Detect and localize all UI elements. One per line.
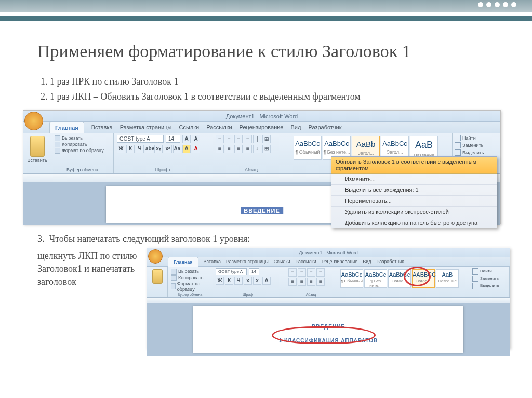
- word-screenshot-1: Документ1 - Microsoft Word Главная Встав…: [23, 110, 501, 224]
- cut-icon[interactable]: [55, 135, 60, 141]
- para-label: Абзац: [212, 167, 290, 172]
- tab-dev[interactable]: Разработчик: [308, 124, 341, 130]
- context-item-selectall[interactable]: Выделить все вхождения: 1: [331, 185, 497, 196]
- context-item-update[interactable]: Обновить Заголовок 1 в соответствии с вы…: [331, 157, 497, 174]
- paste-label[interactable]: Вставить: [26, 158, 48, 163]
- office-button-icon[interactable]: [148, 249, 163, 264]
- office-button-icon[interactable]: [24, 112, 43, 130]
- replace-icon[interactable]: [455, 142, 461, 148]
- context-item-qat[interactable]: Добавить коллекцию на панель быстрого до…: [331, 217, 497, 228]
- ribbon-tabs[interactable]: Главная Вставка Разметка страницы Ссылки…: [147, 257, 510, 267]
- format-painter-icon[interactable]: [55, 148, 60, 154]
- context-menu[interactable]: Обновить Заголовок 1 в соответствии с вы…: [331, 156, 497, 228]
- word-screenshot-2: Документ1 - Microsoft Word Главная Встав…: [147, 248, 510, 349]
- find-icon[interactable]: [455, 135, 461, 141]
- tab-home[interactable]: Главная: [49, 122, 84, 133]
- window-titlebar: Документ1 - Microsoft Word: [23, 111, 500, 122]
- context-item-rename[interactable]: Переименовать...: [331, 196, 497, 207]
- page[interactable]: ВВЕДЕНИЕ 1 КЛАССИФИКАЦИЯ АППАРАТОВ: [193, 306, 463, 353]
- copy-icon[interactable]: [55, 142, 60, 147]
- ribbon-tabs[interactable]: Главная Вставка Разметка страницы Ссылки…: [23, 122, 500, 133]
- clipboard-label: Буфер обмена: [51, 167, 113, 172]
- tab-insert[interactable]: Вставка: [91, 124, 113, 130]
- tab-links[interactable]: Ссылки: [179, 124, 199, 130]
- select-icon[interactable]: [455, 149, 461, 156]
- context-item-modify[interactable]: Изменить...: [331, 174, 497, 185]
- step-3-body: щелкнуть ЛКП по стилю Заголовок1 и напеч…: [37, 250, 141, 289]
- doc-heading-classification: 1 КЛАССИФИКАЦИЯ АППАРАТОВ: [193, 338, 463, 344]
- style-heading1-selected[interactable]: AABBCCЗагол...: [412, 269, 435, 288]
- font-label: Шрифт: [114, 167, 212, 172]
- font-name-select[interactable]: GOST type A: [117, 135, 164, 143]
- doc-heading-intro: ВВЕДЕНИЕ: [193, 306, 463, 330]
- slide-content: 1 раз ПРК по стилю Заголовок 1 1 раз ЛКП…: [37, 75, 532, 349]
- font-size-select[interactable]: 14: [166, 135, 180, 143]
- step-2: 1 раз ЛКП – Обновить Заголовок 1 в соотв…: [50, 90, 532, 103]
- slide-topbar: [0, 0, 532, 12]
- accent-bar: [0, 16, 532, 21]
- context-item-remove[interactable]: Удалить из коллекции экспресс-стилей: [331, 207, 497, 217]
- selected-heading[interactable]: ВВЕДЕНИЕ: [241, 207, 283, 214]
- tab-mail[interactable]: Рассылки: [206, 124, 232, 130]
- window-titlebar: Документ1 - Microsoft Word: [147, 248, 510, 257]
- decor-bullets: [478, 2, 516, 7]
- slide-title: Применяем форматирование к стилю Заголов…: [37, 42, 532, 61]
- document-area: ВВЕДЕНИЕ 1 КЛАССИФИКАЦИЯ АППАРАТОВ: [147, 298, 510, 356]
- tab-layout[interactable]: Разметка страницы: [120, 124, 172, 130]
- tab-view[interactable]: Вид: [291, 124, 301, 130]
- paste-icon[interactable]: [152, 269, 163, 284]
- tab-review[interactable]: Рецензирование: [240, 124, 284, 130]
- step-1: 1 раз ПРК по стилю Заголовок 1: [50, 75, 532, 88]
- step-3-intro: 3. Чтобы напечатать следующий заголовок …: [37, 234, 532, 244]
- paste-icon[interactable]: [30, 136, 45, 157]
